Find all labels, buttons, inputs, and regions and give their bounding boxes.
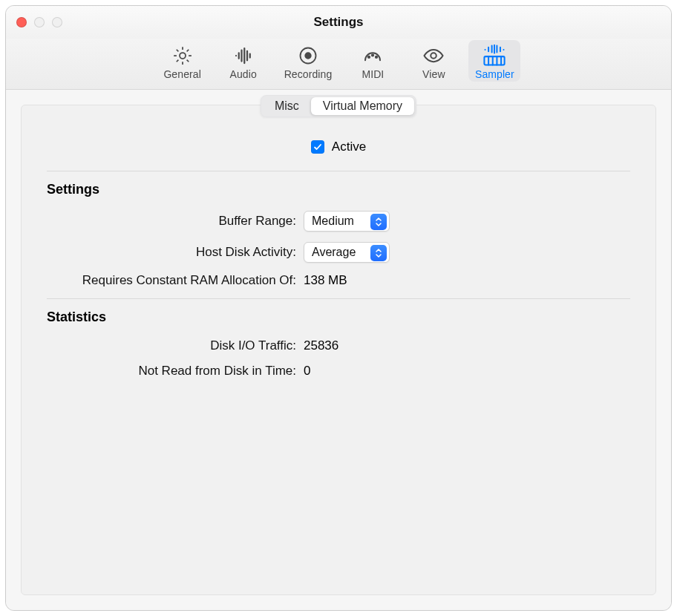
close-window-button[interactable] (16, 17, 27, 27)
tab-midi[interactable]: MIDI (347, 40, 399, 82)
not-read-label: Not Read from Disk in Time: (47, 364, 304, 379)
content-area: Misc Virtual Memory Active Settings Buff… (6, 90, 671, 610)
disk-io-row: Disk I/O Traffic: 25836 (47, 338, 630, 353)
host-disk-activity-select[interactable]: Average (304, 242, 390, 263)
select-arrows-icon (370, 214, 387, 230)
svg-point-6 (431, 53, 437, 59)
segment-misc[interactable]: Misc (263, 97, 311, 115)
settings-toolbar: General Audio Recording (6, 39, 671, 90)
select-arrows-icon (370, 245, 387, 261)
segment-virtual-memory[interactable]: Virtual Memory (311, 97, 414, 115)
buffer-range-value: Medium (312, 214, 354, 228)
host-disk-activity-value: Average (312, 246, 356, 259)
sampler-keyboard-icon (481, 45, 508, 67)
svg-point-3 (368, 56, 370, 58)
active-label: Active (332, 140, 366, 154)
record-icon (295, 45, 321, 67)
window-title: Settings (6, 15, 671, 30)
buffer-range-label: Buffer Range: (47, 214, 304, 229)
svg-point-5 (376, 56, 377, 58)
content-frame: Misc Virtual Memory Active Settings Buff… (21, 105, 656, 595)
gear-icon (169, 45, 196, 67)
host-disk-activity-row: Host Disk Activity: Average (47, 242, 630, 263)
not-read-row: Not Read from Disk in Time: 0 (47, 364, 630, 379)
midi-gauge-icon (359, 45, 386, 67)
audio-bars-icon (230, 45, 257, 67)
separator (47, 171, 630, 171)
host-disk-activity-label: Host Disk Activity: (47, 245, 304, 260)
ram-allocation-label: Requires Constant RAM Allocation Of: (47, 273, 304, 288)
ram-allocation-row: Requires Constant RAM Allocation Of: 138… (47, 273, 630, 288)
buffer-range-row: Buffer Range: Medium (47, 211, 630, 232)
ram-allocation-value: 138 MB (304, 273, 347, 288)
buffer-range-select[interactable]: Medium (304, 211, 390, 232)
disk-io-label: Disk I/O Traffic: (47, 338, 304, 353)
svg-point-2 (305, 53, 310, 58)
tab-view[interactable]: View (408, 40, 459, 82)
segmented-control: Misc Virtual Memory (261, 95, 416, 117)
window-controls (16, 17, 62, 27)
active-checkbox[interactable] (311, 140, 324, 154)
zoom-window-button[interactable] (52, 17, 62, 27)
settings-window: Settings General Audio (5, 5, 672, 611)
tab-general-label: General (163, 68, 201, 80)
active-row: Active (47, 140, 630, 154)
titlebar: Settings (6, 6, 671, 39)
minimize-window-button[interactable] (34, 17, 45, 27)
tab-general[interactable]: General (157, 40, 209, 82)
section-statistics-title: Statistics (47, 309, 630, 325)
tab-midi-label: MIDI (362, 68, 384, 80)
not-read-value: 0 (304, 364, 310, 379)
separator (47, 298, 630, 299)
disk-io-value: 25836 (304, 338, 338, 353)
svg-point-0 (180, 53, 186, 59)
tab-view-label: View (422, 68, 445, 80)
tab-sampler-label: Sampler (475, 68, 514, 80)
svg-point-4 (372, 54, 373, 56)
tab-audio[interactable]: Audio (218, 40, 269, 82)
tab-recording-label: Recording (284, 68, 333, 80)
tab-sampler[interactable]: Sampler (468, 40, 520, 82)
tab-recording[interactable]: Recording (278, 40, 338, 82)
section-settings-title: Settings (47, 182, 630, 197)
tab-audio-label: Audio (229, 68, 256, 80)
eye-icon (420, 45, 447, 67)
